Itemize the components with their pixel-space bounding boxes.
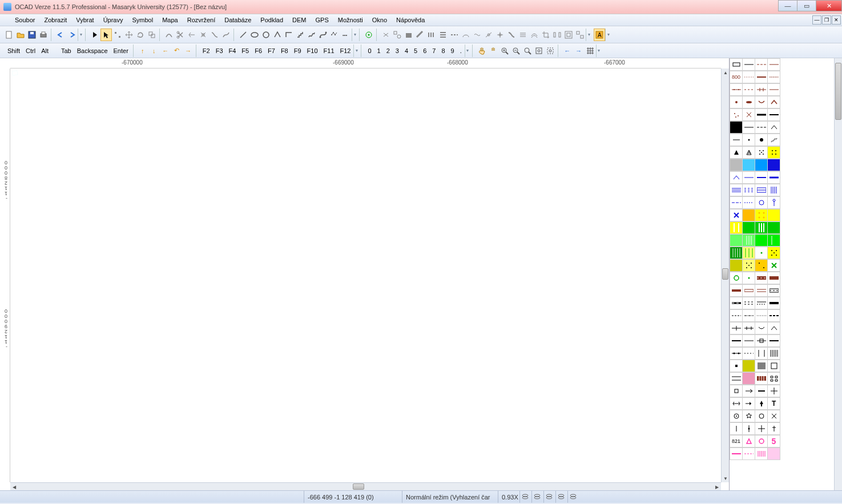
key-f12[interactable]: F12 <box>337 46 354 56</box>
keybar-dropdown-2[interactable]: ▾ <box>465 45 470 57</box>
rect-angle-tool[interactable] <box>283 29 295 41</box>
symbol-cell[interactable] <box>767 259 780 272</box>
group-tool[interactable] <box>563 29 574 41</box>
symbol-cell[interactable] <box>730 134 743 146</box>
symbol-cell[interactable] <box>767 71 780 83</box>
join-tool[interactable] <box>460 29 472 41</box>
symbol-cell[interactable] <box>742 134 755 146</box>
close-button[interactable]: ✕ <box>816 0 842 11</box>
toolbar-dropdown-4[interactable]: ▾ <box>605 29 611 41</box>
symbol-cell[interactable] <box>742 234 755 247</box>
symbol-cell[interactable] <box>767 322 780 334</box>
symbol-cell[interactable] <box>730 247 743 259</box>
symbol-cell[interactable] <box>742 422 755 435</box>
offset-tool[interactable] <box>529 29 540 41</box>
symbol-cell[interactable] <box>730 385 743 397</box>
convert-tool[interactable] <box>483 29 494 41</box>
symbol-cell[interactable] <box>742 247 755 259</box>
key-alt[interactable]: Alt <box>38 46 51 56</box>
symbol-cell[interactable] <box>742 322 755 334</box>
symbol-cell[interactable] <box>755 435 768 447</box>
zoom-all-button[interactable] <box>533 45 545 57</box>
zoom-out-button[interactable] <box>510 45 522 57</box>
symbol-cell[interactable] <box>742 397 755 410</box>
move-button[interactable] <box>123 29 135 41</box>
scale-button[interactable] <box>146 29 158 41</box>
symbol-cell[interactable] <box>755 159 768 171</box>
symbol-cell[interactable] <box>742 410 755 422</box>
symbol-cell[interactable] <box>767 234 780 247</box>
symbol-cell[interactable]: T <box>767 397 780 410</box>
zoom-selected-button[interactable] <box>545 45 556 57</box>
symbol-cell[interactable] <box>730 221 743 234</box>
pan-button[interactable] <box>476 45 488 57</box>
align-v-tool[interactable] <box>437 29 449 41</box>
toolbar-dropdown-2[interactable]: ▾ <box>352 29 357 41</box>
symbol-cell[interactable] <box>730 322 743 334</box>
reverse-tool[interactable] <box>380 29 392 41</box>
edit-point-button[interactable] <box>112 29 123 41</box>
multipoint-tool[interactable] <box>329 29 340 41</box>
symbol-cell[interactable] <box>742 334 755 347</box>
symbol-cell[interactable] <box>742 171 755 184</box>
symbol-cell[interactable] <box>742 108 755 121</box>
measure-tool[interactable] <box>414 29 426 41</box>
symbol-cell[interactable] <box>742 385 755 397</box>
symbol-cell[interactable] <box>755 234 768 247</box>
gps-button[interactable] <box>363 29 374 41</box>
key-8[interactable]: 8 <box>438 46 448 56</box>
arrow-right-button[interactable]: → <box>183 45 194 57</box>
key-9[interactable]: 9 <box>448 46 457 56</box>
menu-gps[interactable]: GPS <box>311 15 333 25</box>
keybar-dropdown-1[interactable]: ▾ <box>353 45 359 57</box>
key-4[interactable]: 4 <box>402 46 411 56</box>
numeric-tool[interactable]: ••• <box>340 29 352 41</box>
dash-tool[interactable] <box>449 29 460 41</box>
arrow-down-button[interactable]: ↓ <box>148 45 160 57</box>
symbol-cell[interactable] <box>755 385 768 397</box>
symbol-cell[interactable] <box>730 309 743 322</box>
symbol-cell[interactable] <box>767 347 780 360</box>
menu-upravy[interactable]: Úpravy <box>99 15 128 25</box>
symbol-cell[interactable] <box>742 196 755 209</box>
horizontal-scrollbar[interactable]: ◀ ▶ <box>10 482 721 490</box>
symbol-cell[interactable]: 800 <box>730 71 743 83</box>
symbol-cell[interactable] <box>730 234 743 247</box>
symbol-cell[interactable] <box>755 108 768 121</box>
symbol-cell[interactable] <box>767 171 780 184</box>
key-f3[interactable]: F3 <box>213 46 226 56</box>
key-7[interactable]: 7 <box>429 46 438 56</box>
symbol-cell[interactable] <box>767 297 780 309</box>
new-file-button[interactable] <box>3 29 15 41</box>
symbol-cell[interactable] <box>730 372 743 385</box>
save-button[interactable] <box>26 29 38 41</box>
symbol-cell[interactable] <box>742 209 755 221</box>
grid-button[interactable] <box>585 45 596 57</box>
canvas[interactable] <box>10 68 721 482</box>
distribute-tool[interactable] <box>551 29 563 41</box>
symbol-cell[interactable] <box>767 96 780 108</box>
vertical-scrollbar[interactable]: ▲ ▼ <box>721 68 729 482</box>
key-0[interactable]: 0 <box>365 46 374 56</box>
layer-button-4[interactable] <box>555 491 567 503</box>
menu-zobrazit[interactable]: Zobrazit <box>39 15 71 25</box>
key-tab[interactable]: Tab <box>58 46 74 56</box>
symbol-cell[interactable] <box>730 259 743 272</box>
symbol-cell[interactable] <box>730 58 743 71</box>
symbol-cell[interactable] <box>730 272 743 284</box>
symbol-cell[interactable] <box>755 360 768 372</box>
symbol-cell[interactable] <box>767 309 780 322</box>
key-dot[interactable]: . <box>457 46 465 56</box>
arrow-undo-button[interactable]: ↶ <box>171 45 183 57</box>
symbol-cell[interactable] <box>742 309 755 322</box>
arrow-left-button[interactable]: ← <box>160 45 171 57</box>
symbol-cell[interactable] <box>755 422 768 435</box>
menu-databaze[interactable]: Databáze <box>220 15 256 25</box>
symbol-cell[interactable] <box>730 146 743 159</box>
symbol-cell[interactable] <box>730 284 743 297</box>
menu-napoveda[interactable]: Nápověda <box>392 15 429 25</box>
symbol-cell[interactable] <box>742 297 755 309</box>
symbol-cell[interactable] <box>730 171 743 184</box>
layer-button-5[interactable] <box>567 491 579 503</box>
symbol-cell[interactable] <box>742 372 755 385</box>
